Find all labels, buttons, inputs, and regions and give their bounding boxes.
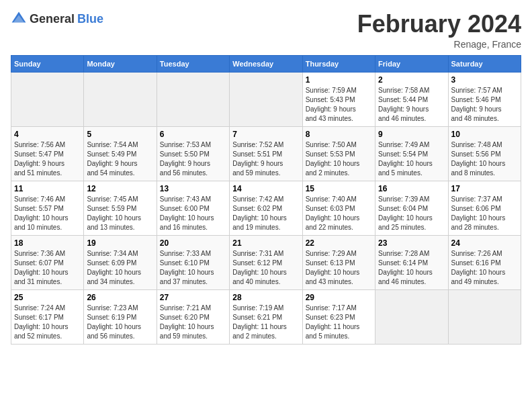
calendar-cell: 7Sunrise: 7:52 AM Sunset: 5:51 PM Daylig…: [230, 126, 302, 181]
page-header: GeneralBlue February 2024 Renage, France: [11, 11, 521, 50]
day-info: Sunrise: 7:24 AM Sunset: 6:17 PM Dayligh…: [14, 304, 81, 341]
calendar-cell: 13Sunrise: 7:43 AM Sunset: 6:00 PM Dayli…: [157, 181, 229, 235]
day-number: 4: [14, 130, 81, 139]
calendar-cell: 4Sunrise: 7:56 AM Sunset: 5:47 PM Daylig…: [11, 126, 84, 181]
day-number: 6: [160, 130, 226, 139]
day-info: Sunrise: 7:26 AM Sunset: 6:16 PM Dayligh…: [451, 249, 518, 287]
calendar-cell: [157, 72, 229, 126]
logo: GeneralBlue: [11, 11, 103, 27]
day-number: 16: [378, 184, 445, 193]
calendar-week-row: 4Sunrise: 7:56 AM Sunset: 5:47 PM Daylig…: [11, 126, 521, 181]
day-info: Sunrise: 7:33 AM Sunset: 6:10 PM Dayligh…: [160, 249, 226, 287]
day-info: Sunrise: 7:37 AM Sunset: 6:06 PM Dayligh…: [451, 195, 518, 232]
calendar-cell: 19Sunrise: 7:34 AM Sunset: 6:09 PM Dayli…: [84, 235, 157, 289]
calendar-cell: [11, 72, 84, 126]
day-number: 29: [306, 293, 372, 302]
header-wednesday: Wednesday: [230, 55, 302, 72]
day-info: Sunrise: 7:19 AM Sunset: 6:21 PM Dayligh…: [232, 304, 299, 341]
calendar-cell: 9Sunrise: 7:49 AM Sunset: 5:54 PM Daylig…: [375, 126, 448, 181]
calendar-header-row: SundayMondayTuesdayWednesdayThursdayFrid…: [11, 55, 521, 72]
calendar-cell: 26Sunrise: 7:23 AM Sunset: 6:19 PM Dayli…: [84, 289, 157, 344]
header-monday: Monday: [84, 55, 157, 72]
calendar-cell: [448, 289, 521, 344]
calendar-cell: 16Sunrise: 7:39 AM Sunset: 6:04 PM Dayli…: [375, 181, 448, 235]
day-info: Sunrise: 7:52 AM Sunset: 5:51 PM Dayligh…: [232, 140, 299, 178]
calendar-cell: 10Sunrise: 7:48 AM Sunset: 5:56 PM Dayli…: [448, 126, 521, 181]
calendar-week-row: 11Sunrise: 7:46 AM Sunset: 5:57 PM Dayli…: [11, 181, 521, 235]
calendar-week-row: 18Sunrise: 7:36 AM Sunset: 6:07 PM Dayli…: [11, 235, 521, 289]
day-number: 21: [232, 238, 299, 248]
calendar-cell: [230, 72, 302, 126]
day-number: 17: [451, 184, 518, 193]
logo-icon: [11, 11, 27, 27]
day-info: Sunrise: 7:40 AM Sunset: 6:03 PM Dayligh…: [306, 195, 372, 232]
day-info: Sunrise: 7:21 AM Sunset: 6:20 PM Dayligh…: [160, 304, 226, 341]
header-thursday: Thursday: [302, 55, 375, 72]
header-tuesday: Tuesday: [157, 55, 229, 72]
day-info: Sunrise: 7:43 AM Sunset: 6:00 PM Dayligh…: [160, 195, 226, 232]
day-number: 26: [87, 293, 153, 302]
day-number: 23: [378, 238, 445, 248]
calendar-cell: 22Sunrise: 7:29 AM Sunset: 6:13 PM Dayli…: [302, 235, 375, 289]
logo-blue: Blue: [77, 12, 103, 26]
day-info: Sunrise: 7:53 AM Sunset: 5:50 PM Dayligh…: [160, 140, 226, 178]
day-info: Sunrise: 7:48 AM Sunset: 5:56 PM Dayligh…: [451, 140, 518, 178]
day-number: 22: [306, 238, 372, 248]
day-number: 24: [451, 238, 518, 248]
day-number: 20: [160, 238, 226, 248]
day-number: 18: [14, 238, 81, 248]
day-number: 14: [232, 184, 299, 193]
header-sunday: Sunday: [11, 55, 84, 72]
day-info: Sunrise: 7:57 AM Sunset: 5:46 PM Dayligh…: [451, 86, 518, 124]
calendar-cell: [84, 72, 157, 126]
calendar-cell: 21Sunrise: 7:31 AM Sunset: 6:12 PM Dayli…: [230, 235, 302, 289]
calendar-cell: 1Sunrise: 7:59 AM Sunset: 5:43 PM Daylig…: [302, 72, 375, 126]
day-info: Sunrise: 7:31 AM Sunset: 6:12 PM Dayligh…: [232, 249, 299, 287]
calendar-cell: 28Sunrise: 7:19 AM Sunset: 6:21 PM Dayli…: [230, 289, 302, 344]
day-info: Sunrise: 7:58 AM Sunset: 5:44 PM Dayligh…: [378, 86, 445, 124]
title-area: February 2024 Renage, France: [357, 11, 521, 50]
calendar-cell: 24Sunrise: 7:26 AM Sunset: 6:16 PM Dayli…: [448, 235, 521, 289]
calendar-cell: 25Sunrise: 7:24 AM Sunset: 6:17 PM Dayli…: [11, 289, 84, 344]
day-info: Sunrise: 7:49 AM Sunset: 5:54 PM Dayligh…: [378, 140, 445, 178]
day-info: Sunrise: 7:46 AM Sunset: 5:57 PM Dayligh…: [14, 195, 81, 232]
calendar-cell: 17Sunrise: 7:37 AM Sunset: 6:06 PM Dayli…: [448, 181, 521, 235]
day-info: Sunrise: 7:39 AM Sunset: 6:04 PM Dayligh…: [378, 195, 445, 232]
calendar-table: SundayMondayTuesdayWednesdayThursdayFrid…: [11, 55, 521, 345]
calendar-cell: 6Sunrise: 7:53 AM Sunset: 5:50 PM Daylig…: [157, 126, 229, 181]
day-info: Sunrise: 7:42 AM Sunset: 6:02 PM Dayligh…: [232, 195, 299, 232]
day-info: Sunrise: 7:17 AM Sunset: 6:23 PM Dayligh…: [306, 304, 372, 341]
calendar-cell: 18Sunrise: 7:36 AM Sunset: 6:07 PM Dayli…: [11, 235, 84, 289]
calendar-week-row: 25Sunrise: 7:24 AM Sunset: 6:17 PM Dayli…: [11, 289, 521, 344]
calendar-cell: 12Sunrise: 7:45 AM Sunset: 5:59 PM Dayli…: [84, 181, 157, 235]
calendar-week-row: 1Sunrise: 7:59 AM Sunset: 5:43 PM Daylig…: [11, 72, 521, 126]
calendar-cell: 20Sunrise: 7:33 AM Sunset: 6:10 PM Dayli…: [157, 235, 229, 289]
day-info: Sunrise: 7:45 AM Sunset: 5:59 PM Dayligh…: [87, 195, 153, 232]
day-info: Sunrise: 7:23 AM Sunset: 6:19 PM Dayligh…: [87, 304, 153, 341]
calendar-cell: 15Sunrise: 7:40 AM Sunset: 6:03 PM Dayli…: [302, 181, 375, 235]
logo-general: General: [30, 12, 75, 26]
day-info: Sunrise: 7:36 AM Sunset: 6:07 PM Dayligh…: [14, 249, 81, 287]
calendar-cell: 2Sunrise: 7:58 AM Sunset: 5:44 PM Daylig…: [375, 72, 448, 126]
calendar-cell: [375, 289, 448, 344]
day-number: 10: [451, 130, 518, 139]
day-info: Sunrise: 7:34 AM Sunset: 6:09 PM Dayligh…: [87, 249, 153, 287]
day-number: 7: [232, 130, 299, 139]
day-number: 12: [87, 184, 153, 193]
day-number: 8: [306, 130, 372, 139]
day-number: 25: [14, 293, 81, 302]
day-number: 5: [87, 130, 153, 139]
calendar-subtitle: Renage, France: [357, 39, 521, 50]
calendar-cell: 8Sunrise: 7:50 AM Sunset: 5:53 PM Daylig…: [302, 126, 375, 181]
calendar-cell: 23Sunrise: 7:28 AM Sunset: 6:14 PM Dayli…: [375, 235, 448, 289]
day-number: 11: [14, 184, 81, 193]
header-saturday: Saturday: [448, 55, 521, 72]
calendar-cell: 29Sunrise: 7:17 AM Sunset: 6:23 PM Dayli…: [302, 289, 375, 344]
day-number: 1: [306, 75, 372, 85]
day-number: 15: [306, 184, 372, 193]
day-number: 19: [87, 238, 153, 248]
day-info: Sunrise: 7:50 AM Sunset: 5:53 PM Dayligh…: [306, 140, 372, 178]
day-number: 3: [451, 75, 518, 85]
day-info: Sunrise: 7:54 AM Sunset: 5:49 PM Dayligh…: [87, 140, 153, 178]
calendar-title: February 2024: [357, 11, 521, 38]
